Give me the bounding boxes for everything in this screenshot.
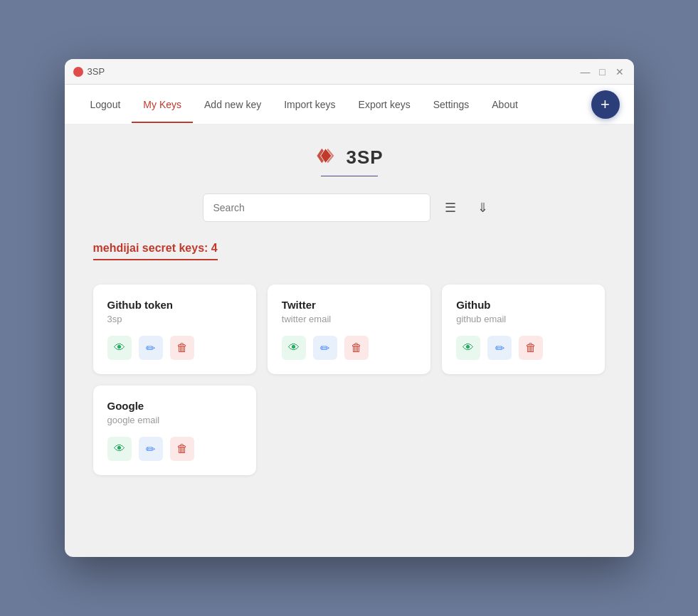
- download-icon: ⇓: [477, 200, 488, 216]
- pencil-icon: ✏: [320, 341, 329, 355]
- eye-icon: 👁: [114, 442, 125, 455]
- key-card-github-token: Github token 3sp 👁 ✏ 🗑: [93, 285, 256, 374]
- delete-key-button[interactable]: 🗑: [519, 336, 543, 360]
- close-button[interactable]: ✕: [614, 66, 625, 78]
- eye-icon: 👁: [462, 341, 474, 354]
- trash-icon: 🗑: [176, 341, 188, 354]
- section-title-prefix: mehdijai secret keys:: [93, 242, 211, 254]
- navbar: Logout My Keys Add new key Import keys E…: [65, 85, 634, 124]
- key-card-actions: 👁 ✏ 🗑: [107, 437, 242, 461]
- nav-item-logout[interactable]: Logout: [79, 86, 132, 123]
- nav-item-my-keys[interactable]: My Keys: [132, 86, 193, 123]
- eye-icon: 👁: [288, 341, 300, 354]
- fab-add-button[interactable]: +: [591, 90, 620, 119]
- key-card-subtitle: twitter email: [282, 314, 416, 324]
- edit-key-button[interactable]: ✏: [487, 336, 512, 360]
- key-card-title: Google: [107, 400, 242, 412]
- view-key-button[interactable]: 👁: [282, 336, 306, 360]
- nav-item-about[interactable]: About: [480, 86, 529, 123]
- pencil-icon: ✏: [495, 341, 504, 355]
- filter-icon: ☰: [445, 200, 456, 216]
- nav-item-import-keys[interactable]: Import keys: [273, 86, 347, 123]
- titlebar-title: 3SP: [88, 66, 105, 77]
- key-card-google: Google google email 👁 ✏ 🗑: [93, 386, 256, 475]
- edit-key-button[interactable]: ✏: [139, 336, 163, 360]
- section-title: mehdijai secret keys: 4: [93, 242, 218, 260]
- logo: 3SP: [314, 146, 383, 169]
- titlebar: 3SP — □ ✕: [65, 59, 634, 85]
- view-key-button[interactable]: 👁: [456, 336, 480, 360]
- trash-icon: 🗑: [525, 341, 536, 354]
- section-header: mehdijai secret keys: 4: [93, 242, 606, 273]
- view-key-button[interactable]: 👁: [107, 336, 132, 360]
- delete-key-button[interactable]: 🗑: [170, 336, 194, 360]
- key-card-actions: 👁 ✏ 🗑: [282, 336, 416, 360]
- key-card-twitter: Twitter twitter email 👁 ✏ 🗑: [268, 285, 430, 374]
- key-card-title: Github token: [107, 299, 242, 311]
- main-content: 3SP ☰ ⇓ mehdijai secret keys: 4 Github t…: [65, 124, 634, 504]
- app-icon: [73, 67, 83, 77]
- nav-item-add-new-key[interactable]: Add new key: [193, 86, 273, 123]
- edit-key-button[interactable]: ✏: [139, 437, 163, 461]
- trash-icon: 🗑: [351, 341, 362, 354]
- download-button[interactable]: ⇓: [470, 195, 496, 221]
- delete-key-button[interactable]: 🗑: [170, 437, 194, 461]
- logo-icon: [314, 146, 340, 169]
- key-card-github: Github github email 👁 ✏ 🗑: [442, 285, 605, 374]
- key-card-actions: 👁 ✏ 🗑: [456, 336, 591, 360]
- view-key-button[interactable]: 👁: [107, 437, 132, 461]
- maximize-button[interactable]: □: [597, 66, 608, 78]
- pencil-icon: ✏: [146, 341, 155, 355]
- eye-icon: 👁: [114, 341, 125, 354]
- key-card-subtitle: google email: [107, 415, 242, 425]
- key-card-subtitle: github email: [456, 314, 591, 324]
- search-input[interactable]: [203, 193, 430, 222]
- nav-items: Logout My Keys Add new key Import keys E…: [79, 86, 620, 123]
- minimize-button[interactable]: —: [580, 66, 591, 78]
- key-card-subtitle: 3sp: [107, 314, 242, 324]
- app-window: 3SP — □ ✕ Logout My Keys Add new key Imp…: [65, 59, 634, 557]
- key-card-title: Github: [456, 299, 591, 311]
- key-card-title: Twitter: [282, 299, 416, 311]
- nav-item-export-keys[interactable]: Export keys: [347, 86, 422, 123]
- logo-text: 3SP: [346, 147, 383, 169]
- key-card-actions: 👁 ✏ 🗑: [107, 336, 242, 360]
- pencil-icon: ✏: [146, 442, 155, 456]
- window-controls: — □ ✕: [580, 66, 625, 78]
- delete-key-button[interactable]: 🗑: [344, 336, 369, 360]
- logo-divider: [321, 176, 378, 176]
- keys-grid: Github token 3sp 👁 ✏ 🗑 Twitter t: [93, 285, 606, 475]
- edit-key-button[interactable]: ✏: [313, 336, 337, 360]
- trash-icon: 🗑: [176, 442, 188, 455]
- nav-item-settings[interactable]: Settings: [422, 86, 481, 123]
- logo-area: 3SP: [93, 139, 606, 176]
- filter-button[interactable]: ☰: [438, 195, 463, 221]
- section-title-count: 4: [211, 242, 218, 254]
- search-row: ☰ ⇓: [93, 193, 606, 222]
